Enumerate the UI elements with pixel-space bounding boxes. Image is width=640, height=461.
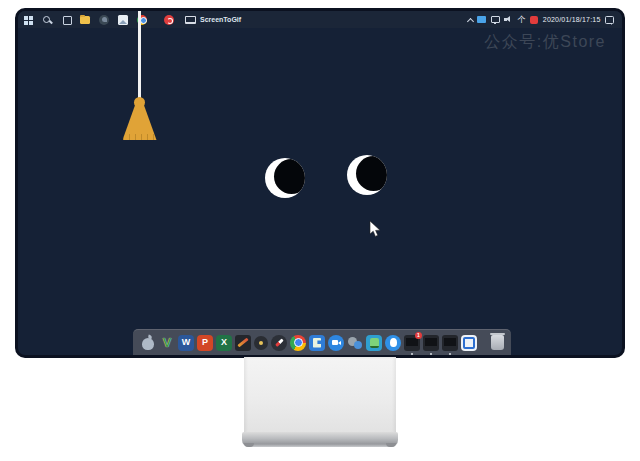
monitor-stand-base (242, 432, 398, 447)
photos-icon[interactable] (118, 15, 128, 25)
screen-app1-icon[interactable]: 1 (404, 335, 420, 351)
dark-app-icon[interactable] (99, 15, 109, 25)
trash-icon[interactable] (491, 335, 504, 350)
taskbar-app-title: ScreenToGif (200, 16, 241, 23)
monitor-screen: ScreenToGif 个 2020/01/18/17:15 公众号:优Stor… (15, 8, 625, 358)
pupil-right (356, 156, 388, 191)
pupil-left (274, 159, 306, 194)
windows-start-icon[interactable] (23, 15, 33, 25)
notification-badge: 1 (415, 332, 422, 339)
system-tray: 个 2020/01/18/17:15 (467, 11, 614, 28)
monitor-icon (185, 16, 196, 24)
screen-app2-icon[interactable] (442, 335, 458, 351)
chevron-up-icon[interactable] (467, 17, 473, 23)
gold-tassel (123, 105, 157, 140)
tray-blue-app-icon[interactable] (477, 16, 486, 23)
qq-penguin-icon[interactable] (385, 335, 401, 351)
file-explorer-icon[interactable] (80, 16, 90, 24)
monitor-stand-neck (244, 357, 396, 434)
desktop: ScreenToGif 个 2020/01/18/17:15 公众号:优Stor… (18, 11, 622, 355)
clock[interactable]: 2020/01/18/17:15 (543, 16, 601, 23)
chrome-dock-icon[interactable] (290, 335, 306, 351)
screentogif-glyph: SxG (426, 340, 436, 346)
screentogif-dock-icon[interactable]: SxG (423, 335, 439, 351)
running-indicator (449, 353, 452, 356)
notification-icon[interactable] (605, 16, 614, 24)
design-cube-icon[interactable] (235, 335, 251, 351)
running-indicator (430, 353, 433, 356)
powerpoint-icon[interactable]: P (197, 335, 213, 351)
recorder-icon[interactable] (164, 15, 174, 25)
hanging-cord (138, 11, 141, 103)
cartoon-eye-right (347, 155, 387, 195)
notes-app-icon[interactable] (309, 335, 325, 351)
word-icon[interactable]: W (178, 335, 194, 351)
v-app-icon[interactable]: V (159, 335, 175, 351)
speaker-icon[interactable] (504, 16, 513, 24)
excel-icon[interactable]: X (216, 335, 232, 351)
cartoon-eye-left (265, 158, 305, 198)
taskbar-app-screentogif[interactable]: ScreenToGif (185, 16, 241, 24)
dock: V W P X 1 SxG (133, 329, 511, 355)
network-icon[interactable] (491, 16, 500, 23)
tray-red-app-icon[interactable] (530, 16, 538, 24)
running-indicator (411, 353, 414, 356)
reading-app-icon[interactable] (366, 335, 382, 351)
message-bubbles-icon[interactable] (347, 335, 363, 351)
taskbar: ScreenToGif 个 2020/01/18/17:15 (18, 11, 622, 28)
video-meeting-icon[interactable] (328, 335, 344, 351)
task-view-icon[interactable] (61, 15, 71, 25)
search-icon[interactable] (42, 15, 52, 25)
vinyl-record-icon[interactable] (254, 336, 268, 350)
mouse-cursor (369, 221, 381, 242)
compass-browser-icon[interactable] (271, 335, 287, 351)
watermark-text: 公众号:优Store (484, 32, 606, 53)
finder-apple-icon[interactable] (140, 335, 156, 351)
input-method-indicator[interactable]: 个 (518, 16, 526, 24)
settings-gear-icon[interactable] (461, 335, 477, 351)
